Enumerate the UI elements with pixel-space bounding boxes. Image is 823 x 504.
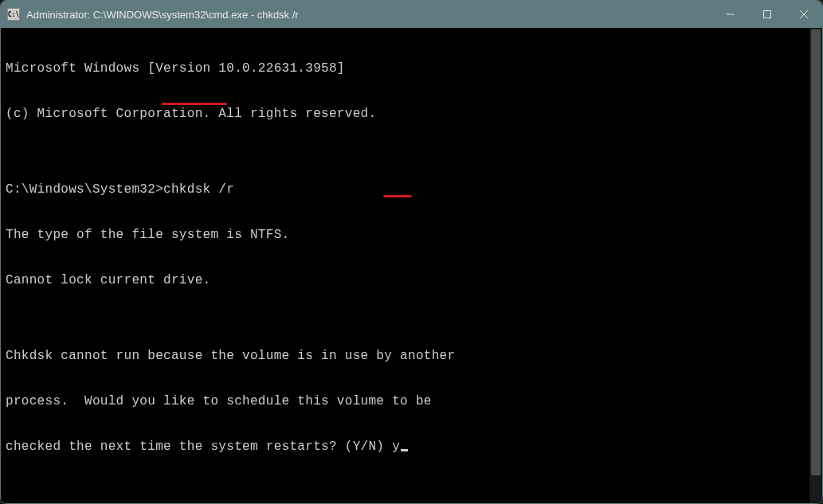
- cmd-icon: C:\: [7, 8, 20, 21]
- prompt-question-line: checked the next time the system restart…: [6, 440, 805, 455]
- output-line: The type of the file system is NTFS.: [6, 228, 805, 243]
- command-text: chkdsk /r: [163, 182, 234, 197]
- scrollbar-track[interactable]: [809, 28, 822, 503]
- window-controls: [712, 1, 822, 28]
- close-button[interactable]: [786, 1, 822, 28]
- window-title: Administrator: C:\WINDOWS\system32\cmd.e…: [26, 9, 712, 21]
- question-text: checked the next time the system restart…: [6, 440, 392, 454]
- terminal-output[interactable]: Microsoft Windows [Version 10.0.22631.39…: [1, 28, 809, 503]
- annotation-underline: [383, 195, 412, 197]
- output-line: process. Would you like to schedule this…: [6, 394, 805, 409]
- terminal-area: Microsoft Windows [Version 10.0.22631.39…: [1, 28, 822, 503]
- cmd-window: C:\ Administrator: C:\WINDOWS\system32\c…: [0, 0, 823, 504]
- minimize-icon: [727, 10, 735, 18]
- minimize-button[interactable]: [712, 1, 749, 28]
- user-input: y: [392, 440, 400, 454]
- cursor-icon: [401, 449, 408, 451]
- annotation-underline: [162, 103, 227, 105]
- version-line: Microsoft Windows [Version 10.0.22631.39…: [6, 61, 805, 76]
- copyright-line: (c) Microsoft Corporation. All rights re…: [6, 107, 805, 122]
- titlebar[interactable]: C:\ Administrator: C:\WINDOWS\system32\c…: [1, 1, 822, 28]
- scrollbar-thumb[interactable]: [811, 29, 821, 475]
- maximize-icon: [763, 10, 771, 18]
- svg-rect-1: [764, 11, 771, 18]
- prompt-path: C:\Windows\System32>: [6, 182, 163, 197]
- close-icon: [800, 10, 808, 18]
- output-line: Chkdsk cannot run because the volume is …: [6, 349, 805, 364]
- output-line: Cannot lock current drive.: [6, 273, 805, 288]
- maximize-button[interactable]: [749, 1, 786, 28]
